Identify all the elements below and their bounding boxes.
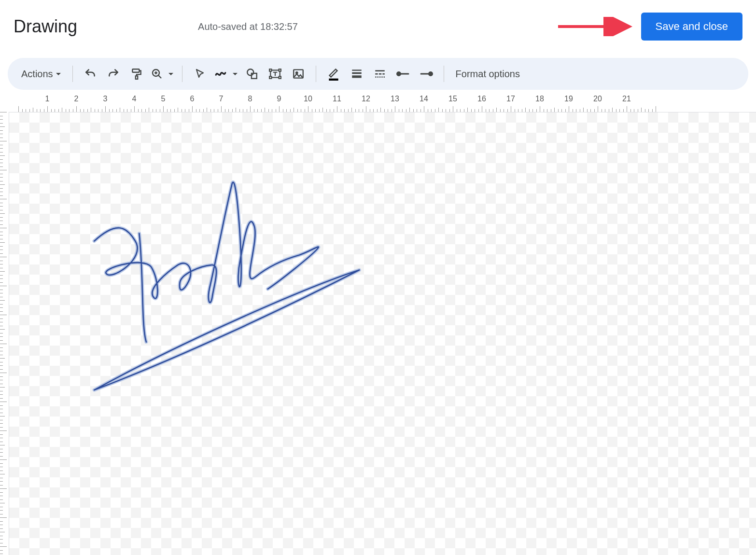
line-dash-button[interactable] bbox=[369, 63, 391, 84]
ruler-h-number: 10 bbox=[304, 95, 312, 103]
format-options-label: Format options bbox=[456, 69, 520, 80]
line-color-button[interactable] bbox=[323, 63, 344, 84]
toolbar: Actions bbox=[0, 44, 756, 90]
paint-format-button[interactable] bbox=[126, 63, 147, 84]
line-weight-button[interactable] bbox=[346, 63, 367, 84]
dialog-header: Drawing Auto-saved at 18:32:57 Save and … bbox=[0, 0, 756, 44]
svg-point-32 bbox=[429, 72, 432, 76]
textbox-button[interactable] bbox=[265, 63, 286, 84]
redo-button[interactable] bbox=[103, 63, 124, 84]
svg-rect-24 bbox=[375, 76, 376, 77]
svg-rect-2 bbox=[135, 76, 137, 79]
callout-arrow-icon bbox=[556, 17, 633, 36]
line-end-button[interactable] bbox=[416, 63, 437, 84]
ruler-h-number: 18 bbox=[535, 95, 544, 103]
ruler-h-number: 19 bbox=[564, 95, 573, 103]
svg-rect-20 bbox=[375, 70, 385, 71]
scribble-icon bbox=[214, 68, 227, 80]
actions-menu[interactable]: Actions bbox=[16, 63, 66, 84]
drawing-stage bbox=[0, 112, 756, 555]
ruler-h-number: 15 bbox=[448, 95, 457, 103]
ruler-h-number: 11 bbox=[333, 95, 341, 103]
ruler-h-number: 4 bbox=[132, 95, 137, 103]
redo-icon bbox=[107, 68, 120, 80]
line-scribble-button[interactable] bbox=[212, 63, 239, 84]
svg-rect-16 bbox=[329, 79, 338, 81]
zoom-icon bbox=[151, 68, 163, 80]
caret-down-icon bbox=[233, 73, 238, 75]
format-options-button[interactable]: Format options bbox=[451, 63, 525, 84]
image-icon bbox=[292, 68, 305, 80]
select-icon bbox=[194, 68, 206, 80]
ruler-h-number: 13 bbox=[391, 95, 399, 103]
save-and-close-button[interactable]: Save and close bbox=[641, 13, 742, 41]
ruler-h-number: 8 bbox=[248, 95, 252, 103]
svg-rect-17 bbox=[352, 69, 362, 70]
ruler-vertical bbox=[0, 112, 9, 555]
undo-icon bbox=[84, 68, 97, 80]
separator bbox=[182, 66, 182, 82]
svg-rect-27 bbox=[381, 76, 382, 77]
ruler-h-number: 20 bbox=[593, 95, 602, 103]
signature-drawing[interactable] bbox=[91, 180, 371, 402]
image-button[interactable] bbox=[288, 63, 309, 84]
separator bbox=[316, 66, 316, 82]
actions-label: Actions bbox=[21, 69, 53, 80]
svg-rect-12 bbox=[269, 76, 271, 78]
svg-rect-22 bbox=[378, 73, 381, 75]
line-end-icon bbox=[419, 68, 434, 80]
svg-rect-25 bbox=[377, 76, 378, 77]
svg-rect-1 bbox=[132, 69, 139, 72]
svg-point-7 bbox=[247, 69, 253, 75]
ruler-h-number: 2 bbox=[74, 95, 79, 103]
undo-button[interactable] bbox=[80, 63, 101, 84]
ruler-h-number: 21 bbox=[622, 95, 631, 103]
ruler-h-number: 12 bbox=[362, 95, 370, 103]
svg-rect-11 bbox=[279, 69, 280, 71]
textbox-icon bbox=[269, 68, 281, 80]
shape-icon bbox=[246, 68, 258, 80]
zoom-button[interactable] bbox=[149, 63, 175, 84]
svg-rect-18 bbox=[352, 72, 362, 74]
caret-down-icon bbox=[168, 73, 173, 75]
ruler-h-number: 17 bbox=[506, 95, 515, 103]
svg-rect-23 bbox=[382, 73, 384, 75]
svg-rect-13 bbox=[279, 76, 280, 78]
line-color-icon bbox=[327, 67, 340, 81]
separator bbox=[444, 66, 444, 82]
ruler-h-number: 1 bbox=[45, 95, 50, 103]
svg-rect-28 bbox=[383, 76, 384, 77]
svg-rect-21 bbox=[375, 73, 378, 75]
paint-format-icon bbox=[130, 68, 143, 80]
drawing-canvas[interactable] bbox=[9, 112, 756, 555]
svg-rect-10 bbox=[269, 69, 271, 71]
line-start-icon bbox=[396, 68, 410, 80]
shape-button[interactable] bbox=[241, 63, 263, 84]
ruler-horizontal: 123456789101112131415161718192021 bbox=[0, 95, 756, 112]
ruler-h-number: 14 bbox=[420, 95, 428, 103]
separator bbox=[72, 66, 73, 82]
autosave-status: Auto-saved at 18:32:57 bbox=[198, 21, 556, 32]
dialog-title: Drawing bbox=[14, 16, 77, 37]
select-tool-button[interactable] bbox=[189, 63, 210, 84]
line-start-button[interactable] bbox=[392, 63, 414, 84]
line-weight-icon bbox=[350, 68, 363, 80]
svg-line-4 bbox=[158, 75, 161, 78]
svg-rect-19 bbox=[352, 75, 362, 78]
ruler-h-number: 5 bbox=[161, 95, 166, 103]
ruler-h-number: 9 bbox=[277, 95, 281, 103]
ruler-h-number: 3 bbox=[103, 95, 108, 103]
svg-rect-26 bbox=[379, 76, 380, 77]
ruler-h-number: 6 bbox=[190, 95, 195, 103]
ruler-h-number: 7 bbox=[219, 95, 224, 103]
ruler-h-number: 16 bbox=[477, 95, 486, 103]
line-dash-icon bbox=[374, 68, 386, 80]
caret-down-icon bbox=[56, 73, 61, 75]
